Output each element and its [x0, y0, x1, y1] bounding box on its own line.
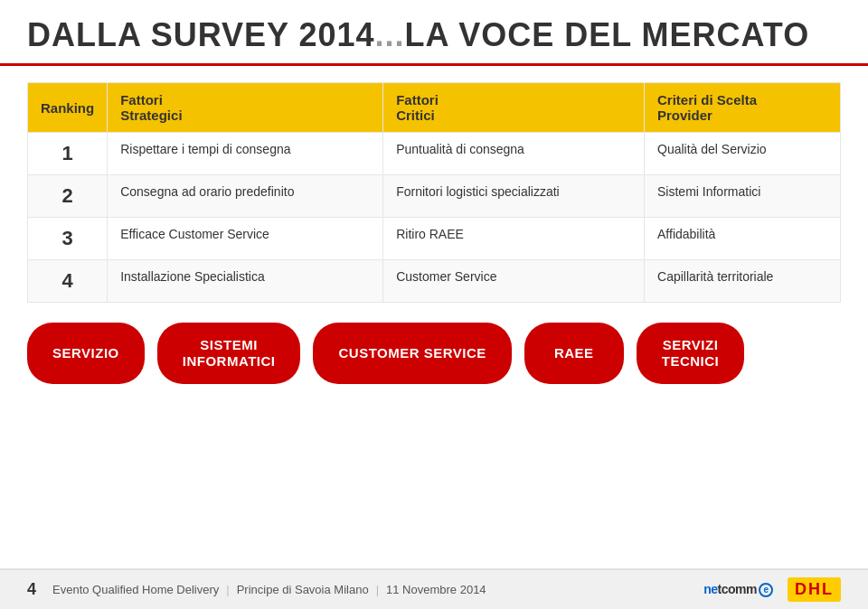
btn-raee[interactable]: RAEE	[524, 323, 624, 384]
btn-servizi-tecnici[interactable]: SERVIZITECNICI	[637, 323, 745, 384]
fattori-critici-cell: Fornitori logistici specializzati	[383, 175, 645, 218]
fattori-critici-cell: Puntualità di consegna	[383, 133, 645, 175]
main-content: Ranking FattoriStrategici FattoriCritici…	[0, 66, 868, 409]
footer: 4 Evento Qualified Home Delivery | Princ…	[0, 568, 868, 609]
fattori-strategici-cell: Consegna ad orario predefinito	[108, 175, 383, 218]
title-part1: DALLA SURVEY 2014	[27, 16, 374, 53]
footer-logos: netcomme DHL	[703, 577, 841, 602]
footer-sep2: |	[376, 583, 379, 596]
title-dots: ...	[374, 16, 404, 53]
col-fattori-strategici: FattoriStrategici	[108, 83, 383, 133]
fattori-strategici-cell: Efficace Customer Service	[108, 218, 383, 260]
table-header-row: Ranking FattoriStrategici FattoriCritici…	[28, 83, 841, 133]
fattori-strategici-cell: Rispettare i tempi di consegna	[108, 133, 383, 175]
ranking-cell: 4	[28, 260, 108, 303]
col-fattori-critici: FattoriCritici	[383, 83, 645, 133]
table-row: 1 Rispettare i tempi di consegna Puntual…	[28, 133, 841, 175]
btn-sistemi-informatici[interactable]: SISTEMIINFORMATICI	[157, 323, 301, 384]
table-row: 4 Installazione Specialistica Customer S…	[28, 260, 841, 303]
criteri-cell: Sistemi Informatici	[645, 175, 841, 218]
criteri-cell: Qualità del Servizio	[645, 133, 841, 175]
ranking-cell: 1	[28, 133, 108, 175]
footer-event: Evento Qualified Home Delivery	[52, 583, 219, 596]
col-criteri: Criteri di SceltaProvider	[645, 83, 841, 133]
survey-table: Ranking FattoriStrategici FattoriCritici…	[27, 82, 841, 303]
footer-location: Principe di Savoia Milano	[237, 583, 369, 596]
col-ranking: Ranking	[28, 83, 108, 133]
table-row: 2 Consegna ad orario predefinito Fornito…	[28, 175, 841, 218]
page-title: DALLA SURVEY 2014...LA VOCE DEL MERCATO	[27, 16, 841, 54]
fattori-critici-cell: Customer Service	[383, 260, 645, 303]
title-part2: LA VOCE DEL MERCATO	[405, 16, 810, 53]
category-buttons-row: SERVIZIOSISTEMIINFORMATICICUSTOMER SERVI…	[27, 323, 841, 384]
fattori-strategici-cell: Installazione Specialistica	[108, 260, 383, 303]
page-number: 4	[27, 580, 36, 599]
table-row: 3 Efficace Customer Service Ritiro RAEE …	[28, 218, 841, 260]
ranking-cell: 3	[28, 218, 108, 260]
netcomm-logo: netcomme	[703, 582, 773, 597]
ranking-cell: 2	[28, 175, 108, 218]
dhl-logo: DHL	[788, 577, 841, 602]
header: DALLA SURVEY 2014...LA VOCE DEL MERCATO	[0, 0, 868, 66]
criteri-cell: Affidabilità	[645, 218, 841, 260]
fattori-critici-cell: Ritiro RAEE	[383, 218, 645, 260]
footer-date: 11 Novembre 2014	[386, 583, 486, 596]
btn-customer-service[interactable]: CUSTOMER SERVICE	[313, 323, 511, 384]
btn-servizio[interactable]: SERVIZIO	[27, 323, 145, 384]
criteri-cell: Capillarità territoriale	[645, 260, 841, 303]
footer-sep1: |	[226, 583, 229, 596]
